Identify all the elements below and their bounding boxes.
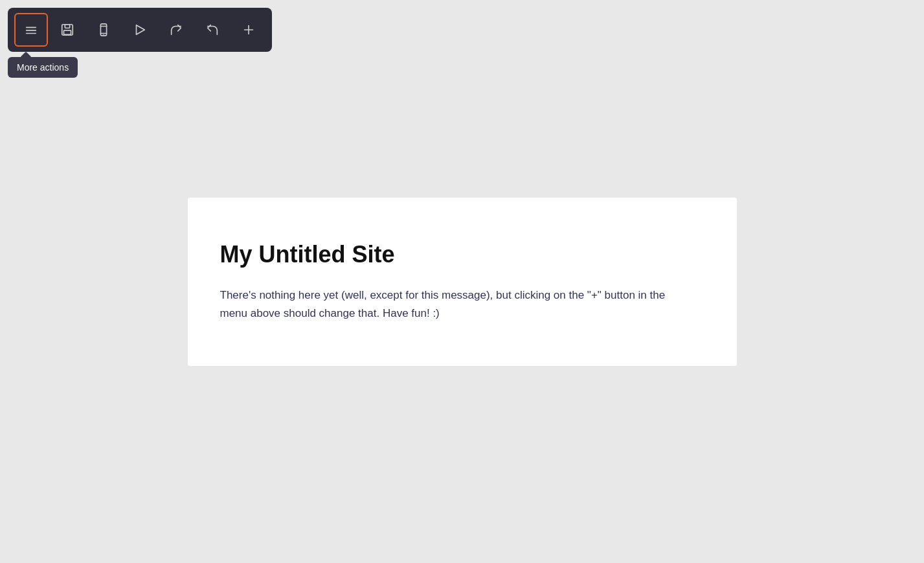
svg-marker-10 [137,25,145,35]
svg-rect-5 [64,30,71,34]
main-content: My Untitled Site There's nothing here ye… [0,0,924,563]
menu-button[interactable] [14,13,48,47]
save-button[interactable] [51,13,84,47]
site-description: There's nothing here yet (well, except f… [220,286,673,321]
menu-icon [24,23,38,37]
save-icon [60,23,74,37]
toolbar [8,8,272,52]
site-title: My Untitled Site [220,241,704,268]
redo-button[interactable] [159,13,193,47]
undo-icon [205,23,220,37]
add-icon [242,23,256,37]
play-button[interactable] [123,13,157,47]
mobile-icon [96,23,111,37]
undo-button[interactable] [196,13,229,47]
svg-point-9 [103,34,104,35]
content-card: My Untitled Site There's nothing here ye… [188,198,737,366]
add-button[interactable] [232,13,265,47]
redo-icon [169,23,183,37]
svg-rect-6 [100,24,106,36]
play-icon [133,23,147,37]
mobile-preview-button[interactable] [87,13,120,47]
svg-rect-4 [65,25,69,29]
